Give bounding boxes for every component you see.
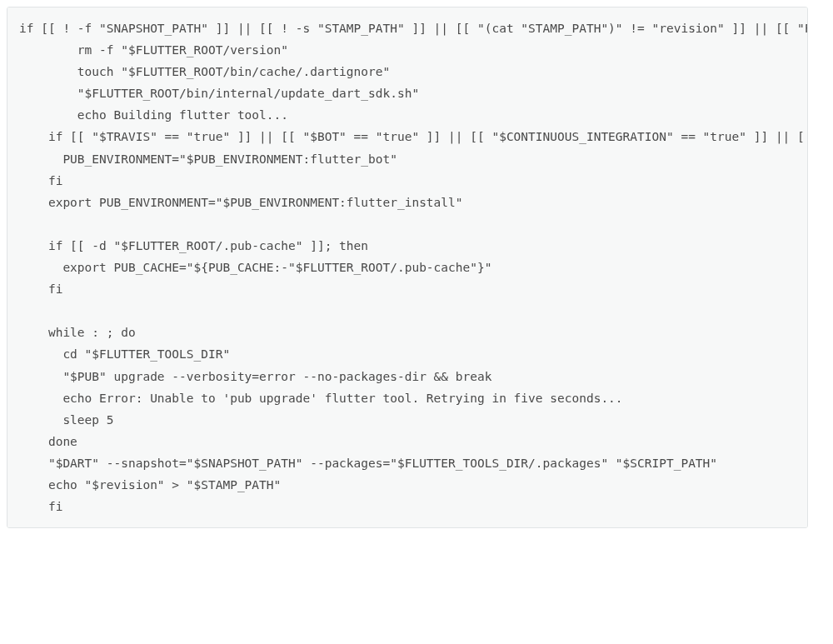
code-block: if [[ ! -f "SNAPSHOT_PATH" ]] || [[ ! -s… — [7, 7, 808, 528]
code-content: if [[ ! -f "SNAPSHOT_PATH" ]] || [[ ! -s… — [19, 22, 808, 513]
